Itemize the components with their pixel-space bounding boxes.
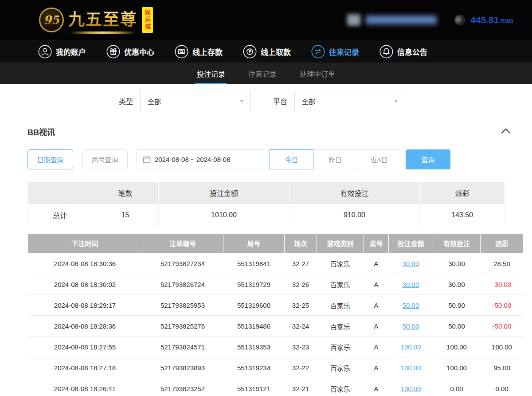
nav-item-label: 往来记录 [329,46,359,57]
cell-bet-time: 2024-08-08 18:27:18 [28,357,142,378]
cell-session: 32-25 [285,295,317,316]
cell-payout: -30.00 [481,274,524,295]
bets-table-body: 2024-08-08 18:30:36 521793827234 5513198… [28,253,524,396]
nav-item-records[interactable]: 往来记录 [311,45,359,59]
bet-amount-link[interactable]: 50.00 [403,302,419,309]
cell-game-type: 百家乐 [317,357,364,378]
username-blurred[interactable] [366,16,437,24]
bets-header-cell: 桌号 [364,234,389,253]
user-avatar-blurred[interactable] [347,14,360,26]
round-query-button[interactable]: 局号查询 [82,149,128,169]
cell-game-type: 百家乐 [317,378,364,396]
cell-bet-time: 2024-08-08 18:27:55 [28,337,142,357]
logo-title: 九五至尊 [68,6,137,30]
platform-dropdown[interactable]: 全部 ▼ [294,91,405,111]
summary-total-label: 总计 [28,204,92,226]
cell-bet-amount: 50.00 [389,316,433,337]
nav-item-announcements[interactable]: 信息公告 [379,45,427,59]
cell-bet-amount: 30.00 [389,274,433,295]
cell-bet-time: 2024-08-08 18:29:17 [28,295,142,316]
bet-amount-link[interactable]: 30.00 [403,260,419,267]
type-dropdown-value: 全部 [148,97,161,106]
bet-amount-link[interactable]: 100.00 [401,343,421,351]
cell-bet-amount: 100.00 [389,337,433,357]
cell-game-type: 百家乐 [317,253,364,274]
cell-table-number: A [364,274,389,295]
bets-header-row: 下注时间 注单编号 局号 场次 游戏类别 桌号 投注金额 有效投注 派彩 [28,234,524,253]
type-dropdown[interactable]: 全部 ▼ [140,91,251,111]
transfer-icon [311,45,325,59]
query-bar: 日期查询 局号查询 2024-08-08 ~ 2024-08-08 今日 昨日 … [27,149,505,169]
summary-header-cell: 投注金额 [159,182,289,204]
sub-nav: 投注记录 往来记录 处理中订单 [0,63,532,84]
tab-transaction-records[interactable]: 往来记录 [246,63,278,84]
cell-round-number: 551319841 [223,253,285,274]
cell-bet-id: 521793827234 [142,253,223,274]
section-title: BB视讯 [27,126,55,137]
cell-table-number: A [364,357,389,378]
cell-valid-bet: 30.00 [433,274,481,295]
collapse-button[interactable] [501,128,511,136]
bet-amount-link[interactable]: 100.00 [401,385,421,392]
date-range-input[interactable]: 2024-08-08 ~ 2024-08-08 [137,149,264,169]
table-row: 2024-08-08 18:27:55 521793824571 5513193… [28,337,524,357]
cell-bet-time: 2024-08-08 18:30:02 [28,274,142,295]
cell-session: 32-26 [285,274,317,295]
platform-filter-label: 平台 [273,96,287,106]
bets-header-cell: 场次 [285,234,317,253]
table-row: 2024-08-08 18:30:02 521793826724 5513197… [28,274,524,295]
cell-round-number: 551319729 [223,274,285,295]
nav-item-deposit[interactable]: 线上存款 [175,45,223,59]
cell-game-type: 百家乐 [317,337,364,357]
yesterday-button[interactable]: 昨日 [313,149,357,169]
cell-valid-bet: 30.00 [433,253,481,274]
table-row: 2024-08-08 18:28:36 521793825276 5513194… [28,316,524,337]
tab-processing-orders[interactable]: 处理中订单 [298,63,337,84]
table-row: 2024-08-08 18:26:41 521793823252 5513191… [28,378,524,396]
coin-icon [454,15,465,25]
date-query-button[interactable]: 日期查询 [27,149,73,169]
cell-game-type: 百家乐 [317,274,364,295]
nav-item-label: 线上取款 [261,46,291,57]
nav-item-my-account[interactable]: 我的账户 [38,45,86,59]
bet-amount-link[interactable]: 30.00 [403,281,419,288]
bets-header-cell: 游戏类别 [317,234,364,253]
cell-bet-amount: 100.00 [389,357,433,378]
tab-bet-records[interactable]: 投注记录 [195,63,227,84]
nav-item-label: 优惠中心 [124,46,154,57]
site-logo[interactable]: 95 九五至尊 娱乐城 [39,6,153,34]
last-8-days-button[interactable]: 近8日 [357,149,401,169]
balance-amount: 445.81 [470,15,499,25]
bets-header-cell: 注单编号 [142,234,223,253]
cell-bet-time: 2024-08-08 18:26:41 [28,378,142,396]
quick-range-group: 今日 昨日 近8日 [270,149,401,169]
bet-amount-link[interactable]: 100.00 [401,364,421,372]
table-row: 2024-08-08 18:27:18 521793823893 5513192… [28,357,524,378]
nav-item-label: 线上存款 [192,46,223,57]
bets-header-cell: 派彩 [481,234,524,253]
cell-session: 32-21 [285,378,317,396]
chevron-up-icon [501,128,511,134]
summary-table: 笔数 投注金额 有效投注 派彩 总计 15 1010.00 910.00 143… [27,181,505,226]
summary-header-cell: 有效投注 [289,182,420,204]
nav-item-promotions[interactable]: 优惠中心 [106,45,154,59]
bet-amount-link[interactable]: 50.00 [403,322,419,330]
cell-round-number: 551319600 [223,295,285,316]
today-button[interactable]: 今日 [270,149,313,169]
cell-valid-bet: 50.00 [433,316,481,337]
platform-dropdown-value: 全部 [302,97,315,106]
cell-payout: 28.50 [481,253,524,274]
summary-header-cell: 派彩 [420,182,505,204]
account-area: 445.81RMB [347,14,513,26]
balance[interactable]: 445.81RMB [470,15,513,25]
logo-flourish [70,31,136,34]
logo-monogram: 95 [39,8,64,32]
nav-item-withdraw[interactable]: 线上取款 [243,45,291,59]
summary-payout: 143.50 [420,204,505,226]
cell-payout: 0.00 [481,378,524,396]
cell-payout: 95.00 [481,357,524,378]
bets-header-cell: 投注金额 [389,234,433,253]
search-button[interactable]: 查询 [406,149,450,169]
bets-header-cell: 有效投注 [433,234,481,253]
date-range-value: 2024-08-08 ~ 2024-08-08 [155,156,231,163]
